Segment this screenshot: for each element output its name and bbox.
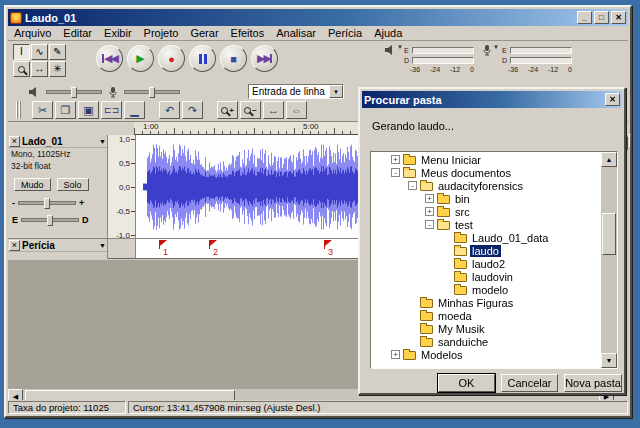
menu-projeto[interactable]: Projeto — [138, 26, 185, 40]
menu-analisar[interactable]: Analisar — [270, 26, 322, 40]
gain-slider-thumb[interactable] — [44, 198, 50, 209]
expand-icon[interactable]: + — [425, 207, 434, 216]
input-source-select[interactable]: Entrada de linha ▼ — [248, 84, 344, 99]
redo-button[interactable]: ↷ — [182, 101, 203, 119]
dialog-title-bar[interactable]: Procurar pasta ✕ — [362, 91, 622, 108]
tree-item-src[interactable]: +src — [371, 205, 601, 218]
menu-arquivo[interactable]: Arquivo — [8, 26, 57, 40]
edit-toolbar-grip[interactable] — [16, 101, 22, 119]
pause-button[interactable] — [189, 45, 216, 72]
tree-scroll-down-icon[interactable]: ▼ — [601, 353, 617, 368]
multi-tool[interactable]: ✳ — [49, 61, 66, 77]
track-title[interactable]: Lado_01 — [22, 136, 97, 147]
gain-slider[interactable] — [18, 201, 76, 205]
tree-item-modelos[interactable]: +Modelos — [371, 348, 601, 361]
collapse-icon[interactable]: - — [408, 181, 417, 190]
tree-item-laudo[interactable]: laudo — [371, 244, 601, 257]
tree-item-modelo[interactable]: modelo — [371, 283, 601, 296]
tree-scroll-up-icon[interactable]: ▲ — [601, 152, 617, 167]
expand-icon[interactable]: + — [425, 194, 434, 203]
tree-item-laudovin[interactable]: laudovin — [371, 270, 601, 283]
collapse-icon[interactable]: - — [425, 220, 434, 229]
combo-dropdown-arrow-icon[interactable]: ▼ — [329, 85, 343, 98]
menu-per-cia[interactable]: Perícia — [322, 26, 368, 40]
menu-editar[interactable]: Editar — [57, 26, 98, 40]
input-volume-slider[interactable] — [124, 90, 180, 94]
folder-tree[interactable]: +Menu Iniciar-Meus documentos-audacityfo… — [370, 151, 618, 369]
paste-button[interactable]: ▣ — [78, 101, 99, 119]
tree-item-moeda[interactable]: moeda — [371, 309, 601, 322]
copy-button[interactable]: ❐ — [55, 101, 76, 119]
output-volume-thumb[interactable] — [71, 87, 77, 98]
vertical-ruler[interactable]: 1,00,50,0-0,5-1,0 — [108, 135, 136, 238]
label-track-title[interactable]: Perícia — [22, 240, 97, 251]
draw-tool[interactable]: ✎ — [49, 44, 66, 60]
tree-scrollbar[interactable]: ▲ ▼ — [601, 152, 617, 368]
trim-button[interactable]: ⊏⊐ — [101, 101, 122, 119]
pan-slider-thumb[interactable] — [47, 215, 53, 226]
recording-meter-dropdown-icon[interactable]: ▼ — [493, 44, 499, 50]
tree-scroll-thumb[interactable] — [602, 213, 616, 255]
tree-item-my-musik[interactable]: My Musik — [371, 322, 601, 335]
tree-item-minhas-figuras[interactable]: Minhas Figuras — [371, 296, 601, 309]
play-button[interactable]: ▶ — [127, 45, 154, 72]
playback-meter[interactable]: ▼ED-36-24-120 — [384, 44, 478, 82]
record-button[interactable]: ● — [158, 45, 185, 72]
new-folder-button[interactable]: Nova pasta — [564, 374, 622, 392]
close-button[interactable]: ✕ — [611, 11, 626, 24]
tree-item-laudo-01-data[interactable]: Laudo_01_data — [371, 231, 601, 244]
maximize-button[interactable]: □ — [594, 11, 609, 24]
solo-button[interactable]: Solo — [57, 178, 89, 191]
menu-efeitos[interactable]: Efeitos — [225, 26, 271, 40]
fit-project-button[interactable]: ⇔ — [286, 101, 307, 119]
collapse-icon[interactable]: - — [391, 168, 400, 177]
track-close-button[interactable]: × — [9, 136, 20, 147]
stop-button[interactable]: ■ — [220, 45, 247, 72]
fit-selection-button[interactable]: ↔ — [263, 101, 284, 119]
cut-button[interactable]: ✂ — [32, 101, 53, 119]
mute-button[interactable]: Mudo — [14, 178, 51, 191]
vertical-scroll-thumb[interactable] — [629, 134, 631, 148]
zoom-in-button[interactable]: + — [217, 101, 238, 119]
track-menu-arrow-icon[interactable]: ▼ — [99, 138, 106, 145]
zoom-tool[interactable] — [13, 61, 30, 77]
tree-item-bin[interactable]: +bin — [371, 192, 601, 205]
label-track-close-button[interactable]: × — [9, 240, 20, 251]
recording-meter-source-icon[interactable] — [482, 44, 492, 56]
selection-tool[interactable]: I — [13, 44, 30, 60]
zoom-out-button[interactable]: − — [240, 101, 261, 119]
playback-meter-dropdown-icon[interactable]: ▼ — [397, 44, 403, 50]
skip-to-start-button[interactable]: ◀◀ — [96, 45, 123, 72]
menu-exibir[interactable]: Exibir — [98, 26, 138, 40]
tree-item-laudo2[interactable]: laudo2 — [371, 257, 601, 270]
minimize-button[interactable]: _ — [577, 11, 592, 24]
menu-gerar[interactable]: Gerar — [184, 26, 224, 40]
recording-meter[interactable]: ▼ED-36-24-120 — [482, 44, 576, 82]
tree-item-test[interactable]: -test — [371, 218, 601, 231]
menu-ajuda[interactable]: Ajuda — [368, 26, 408, 40]
label-marker-1[interactable]: 1 — [159, 240, 173, 258]
pan-slider[interactable] — [21, 218, 79, 222]
label-marker-3[interactable]: 3 — [324, 240, 338, 258]
gain-min-label: - — [12, 198, 15, 208]
label-marker-2[interactable]: 2 — [209, 240, 223, 258]
dialog-close-icon[interactable]: ✕ — [605, 93, 620, 106]
envelope-tool[interactable]: ∿ — [31, 44, 48, 60]
skip-to-end-button[interactable]: ▶▶ — [251, 45, 278, 72]
output-volume-slider[interactable] — [46, 90, 102, 94]
cancel-button[interactable]: Cancelar — [501, 374, 558, 392]
input-volume-thumb[interactable] — [149, 87, 155, 98]
ok-button[interactable]: OK — [438, 374, 495, 392]
timeshift-tool[interactable]: ↔ — [31, 61, 48, 77]
tree-item-meus-documentos[interactable]: -Meus documentos — [371, 166, 601, 179]
tree-item-audacityforensics[interactable]: -audacityforensics — [371, 179, 601, 192]
label-track-menu-arrow-icon[interactable]: ▼ — [99, 242, 106, 249]
expand-icon[interactable]: + — [391, 350, 400, 359]
undo-button[interactable]: ↶ — [159, 101, 180, 119]
title-bar[interactable]: Laudo_01 _□✕ — [8, 9, 628, 26]
tree-item-sanduiche[interactable]: sanduiche — [371, 335, 601, 348]
playback-meter-source-icon[interactable] — [384, 44, 396, 56]
tree-item-menu-iniciar[interactable]: +Menu Iniciar — [371, 153, 601, 166]
silence-button[interactable]: ▁ — [124, 101, 145, 119]
expand-icon[interactable]: + — [391, 155, 400, 164]
